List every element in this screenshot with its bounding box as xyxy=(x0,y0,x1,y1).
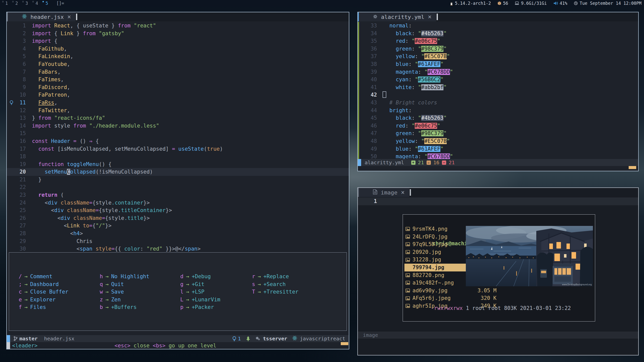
code-line-10[interactable]: 10 FaPatreon, xyxy=(7,91,349,99)
tab-header-jsx[interactable]: header.jsx × xyxy=(8,12,75,21)
current-line-highlight[interactable]: 1 xyxy=(358,197,638,205)
code-line-16[interactable]: 16const Header = () ⇒ { xyxy=(7,137,349,145)
code-line-27[interactable]: 27 <Link to={"/"}> xyxy=(7,222,349,230)
code-line-25[interactable]: 25 <div className={style.titleContainer}… xyxy=(7,207,349,214)
statusline-right-top: alacritty.yml +21▫16−21 xyxy=(358,159,638,166)
code-line-38[interactable]: 38 blue: "#61AFEF" xyxy=(358,60,638,68)
code-line-37[interactable]: 37 yellow: "#E5C07B" xyxy=(358,53,638,60)
workspace-5[interactable]: 5 xyxy=(42,1,52,6)
line-content: return ( xyxy=(32,191,64,199)
line-number: 48 xyxy=(367,137,377,145)
code-line-14[interactable]: 14import style from "./header.module.les… xyxy=(7,122,349,130)
code-line-9[interactable]: 9 FaDiscord, xyxy=(7,84,349,91)
code-line-48[interactable]: 48 yellow: "#E5C07B" xyxy=(358,137,638,145)
code-line-12[interactable]: 12 FaTwitter, xyxy=(7,107,349,114)
code-line-40[interactable]: 40 cyan: "#56B6C2" xyxy=(358,76,638,84)
code-line-36[interactable]: 36 green: "#98C379" xyxy=(358,45,638,53)
image-file-icon xyxy=(405,289,412,293)
diagnostics[interactable]: 1 xyxy=(232,336,241,342)
close-icon[interactable]: × xyxy=(401,189,404,196)
code-buffer-alacritty-yml[interactable]: 33 normal:34 black: "#4b5263"35 red: "#e… xyxy=(358,22,638,160)
whichkey-binding-T[interactable]: T→+Treesitter xyxy=(252,288,347,296)
code-line-13[interactable]: 13} from "react-icons/fa" xyxy=(7,114,349,122)
code-line-29[interactable]: 29 Chris xyxy=(7,237,349,245)
file-row-ad6v90y.jpg[interactable]: ad6v90y.jpg3.05 M xyxy=(404,287,499,295)
whichkey-binding-z[interactable]: z→Zen xyxy=(100,296,180,304)
code-line-5[interactable]: 5 FaLinkedin, xyxy=(7,53,349,60)
whichkey-binding-/[interactable]: /→Comment xyxy=(19,273,100,280)
code-buffer-header-jsx[interactable]: 1import React, { useState } from "react"… xyxy=(7,22,349,253)
gear-icon xyxy=(373,14,377,20)
code-line-8[interactable]: 8 FaTimes, xyxy=(7,76,349,84)
image-file-icon xyxy=(405,265,412,269)
line-number: 46 xyxy=(367,122,377,130)
code-line-47[interactable]: 47 green: "#98C379" xyxy=(358,130,638,137)
whichkey-binding-w[interactable]: w→Save xyxy=(100,288,180,296)
code-line-2[interactable]: 2import { Link } from "gatsby" xyxy=(7,30,349,37)
code-line-4[interactable]: 4 FaGithub, xyxy=(7,45,349,53)
code-line-7[interactable]: 7 FaBars, xyxy=(7,68,349,76)
code-line-26[interactable]: 26 <div className={style.title}> xyxy=(7,214,349,222)
code-line-15[interactable]: 15 xyxy=(7,130,349,137)
code-line-41[interactable]: 41 white: "#abb2bf" xyxy=(358,84,638,91)
whichkey-binding-e[interactable]: e→Explorer xyxy=(19,296,100,304)
code-line-34[interactable]: 34 black: "#4b5263" xyxy=(358,30,638,37)
watermark: www.DesktopBackground.org xyxy=(562,284,592,286)
code-line-19[interactable]: 19 function toggleMenu() { xyxy=(7,160,349,168)
whichkey-binding-q[interactable]: q→Quit xyxy=(100,280,180,288)
whichkey-binding-f[interactable]: f→Files xyxy=(19,303,100,311)
line-content: import React, { useState } from "react" xyxy=(32,22,156,30)
code-line-42[interactable]: 42 xyxy=(358,91,638,99)
code-line-49[interactable]: 49 blue: "#61AFEF" xyxy=(358,145,638,153)
code-line-28[interactable]: 28 <h4> xyxy=(7,230,349,237)
cmdline-left[interactable]: <leader> <esc> close <bs> go up one leve… xyxy=(7,342,349,349)
tab-alacritty-yml[interactable]: alacritty.yml × xyxy=(359,12,436,21)
close-icon[interactable]: × xyxy=(67,13,71,20)
workspace-3[interactable]: 3 xyxy=(22,1,32,6)
image-file-icon xyxy=(405,227,412,231)
code-line-22[interactable]: 22 xyxy=(7,183,349,191)
layout-symbol[interactable]: []= xyxy=(56,1,64,6)
whichkey-binding-s[interactable]: s→+Search xyxy=(252,280,347,288)
workspace-2[interactable]: 2 xyxy=(12,1,22,6)
code-line-20[interactable]: 20 setMenuCollapsed(!isMenuCollapsed) xyxy=(7,168,349,176)
code-line-17[interactable]: 17 const [isMenuCollapsed, setMenuCollap… xyxy=(7,145,349,153)
workspace-4[interactable]: 4 xyxy=(32,1,42,6)
code-line-24[interactable]: 24 <div className={style.container}> xyxy=(7,199,349,207)
code-line-1[interactable]: 1import React, { useState } from "react" xyxy=(7,22,349,30)
code-line-3[interactable]: 3import { xyxy=(7,37,349,45)
code-line-11[interactable]: 11 FaRss, xyxy=(7,99,349,107)
code-line-45[interactable]: 45 black: "#4b5263" xyxy=(358,114,638,122)
whichkey-binding-b[interactable]: b→+Buffers xyxy=(100,303,180,311)
code-line-43[interactable]: 43 # Bright colors xyxy=(358,99,638,107)
whichkey-binding-c[interactable]: c→Close Buffer xyxy=(19,288,100,296)
whichkey-binding-g[interactable]: g→+Git xyxy=(180,280,252,288)
tab-image[interactable]: image × xyxy=(359,188,409,197)
tray-clock: Tue September 14 12:00PM xyxy=(574,1,641,6)
line-number: 12 xyxy=(16,107,26,114)
line-number: 34 xyxy=(367,30,377,37)
code-line-33[interactable]: 33 normal: xyxy=(358,22,638,30)
code-line-46[interactable]: 46 red: "#e06c75" xyxy=(358,122,638,130)
line-content: FaPatreon, xyxy=(32,91,70,99)
whichkey-binding-h[interactable]: h→No Highlight xyxy=(100,273,180,280)
scrollbar-thumb[interactable] xyxy=(629,166,636,169)
workspace-1[interactable]: 1 xyxy=(2,1,12,6)
code-line-23[interactable]: 23 return ( xyxy=(7,191,349,199)
code-line-39[interactable]: 39 magenta: "#C678DD" xyxy=(358,68,638,76)
whichkey-binding-L[interactable]: L→+LunarVim xyxy=(180,296,252,304)
code-line-21[interactable]: 21 } xyxy=(7,176,349,184)
close-icon[interactable]: × xyxy=(428,13,431,20)
whichkey-binding-;[interactable]: ;→Dashboard xyxy=(19,280,100,288)
code-line-18[interactable]: 18 xyxy=(7,153,349,160)
code-line-35[interactable]: 35 red: "#e06c75" xyxy=(358,37,638,45)
git-branch[interactable]: master xyxy=(19,336,37,342)
whichkey-binding-d[interactable]: d→+Debug xyxy=(180,273,252,280)
scrollbar-thumb[interactable] xyxy=(341,342,348,345)
whichkey-binding-r[interactable]: r→+Replace xyxy=(252,273,347,280)
code-line-44[interactable]: 44 bright: xyxy=(358,107,638,114)
code-line-6[interactable]: 6 FaYoutube, xyxy=(7,60,349,68)
whichkey-binding-l[interactable]: l→+LSP xyxy=(180,288,252,296)
whichkey-binding-p[interactable]: p→+Packer xyxy=(180,303,252,311)
code-line-30[interactable]: 30 <span style={{ color: "red" }}>@</spa… xyxy=(7,245,349,253)
